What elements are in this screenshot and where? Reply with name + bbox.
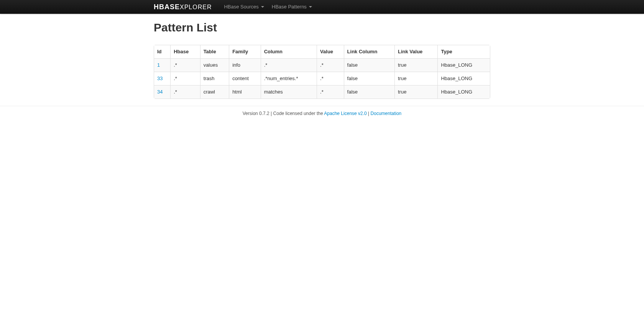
cell-type: Hbase_LONG (437, 72, 490, 85)
chevron-down-icon (261, 6, 264, 8)
cell-hbase: .* (170, 58, 200, 72)
cell-column: .*num_entries.* (261, 72, 317, 85)
pattern-id-link[interactable]: 1 (157, 62, 160, 68)
license-link[interactable]: Apache License v2.0 (324, 111, 366, 116)
pattern-table: Id Hbase Table Family Column Value Link … (154, 45, 490, 99)
cell-table: values (200, 58, 229, 72)
brand-bold: HBASE (154, 3, 180, 10)
cell-link-column: false (344, 58, 394, 72)
cell-link-column: false (344, 85, 394, 99)
col-family: Family (229, 45, 261, 58)
footer: Version 0.7.2 | Code licensed under the … (0, 106, 644, 125)
col-table: Table (200, 45, 229, 58)
cell-link-value: true (394, 72, 437, 85)
brand-logo[interactable]: HBASEXPLORER (154, 3, 212, 11)
cell-value: .* (317, 58, 344, 72)
col-column: Column (261, 45, 317, 58)
documentation-link[interactable]: Documentation (371, 111, 402, 116)
col-hbase: Hbase (170, 45, 200, 58)
cell-link-column: false (344, 72, 394, 85)
nav-item-label: HBase Patterns (272, 3, 307, 10)
main-container: Pattern List Id Hbase Table Family Colum… (154, 21, 490, 99)
navbar-inner: HBASEXPLORER HBase Sources HBase Pattern… (154, 0, 490, 14)
table-row: 33 .* trash content .*num_entries.* .* f… (154, 72, 490, 85)
pattern-id-link[interactable]: 33 (157, 76, 163, 81)
table-row: 34 .* crawl html matches .* false true H… (154, 85, 490, 99)
brand-light: XPLORER (180, 4, 212, 11)
footer-prefix: Version 0.7.2 | Code licensed under the (243, 111, 324, 116)
cell-family: content (229, 72, 261, 85)
col-id: Id (154, 45, 170, 58)
nav-hbase-patterns[interactable]: HBase Patterns (268, 0, 316, 14)
cell-value: .* (317, 85, 344, 99)
nav-hbase-sources[interactable]: HBase Sources (220, 0, 268, 14)
col-type: Type (437, 45, 490, 58)
cell-type: Hbase_LONG (437, 85, 490, 99)
nav-item-label: HBase Sources (224, 3, 258, 10)
table-row: 1 .* values info .* .* false true Hbase_… (154, 58, 490, 72)
col-link-column: Link Column (344, 45, 394, 58)
cell-column: .* (261, 58, 317, 72)
cell-link-value: true (394, 85, 437, 99)
page-title: Pattern List (154, 21, 490, 34)
cell-hbase: .* (170, 85, 200, 99)
pattern-id-link[interactable]: 34 (157, 89, 163, 95)
cell-table: crawl (200, 85, 229, 99)
navbar: HBASEXPLORER HBase Sources HBase Pattern… (0, 0, 644, 14)
cell-hbase: .* (170, 72, 200, 85)
chevron-down-icon (309, 6, 312, 8)
cell-type: Hbase_LONG (437, 58, 490, 72)
cell-column: matches (261, 85, 317, 99)
col-value: Value (317, 45, 344, 58)
table-header-row: Id Hbase Table Family Column Value Link … (154, 45, 490, 58)
cell-link-value: true (394, 58, 437, 72)
col-link-value: Link Value (394, 45, 437, 58)
cell-family: html (229, 85, 261, 99)
cell-value: .* (317, 72, 344, 85)
cell-table: trash (200, 72, 229, 85)
footer-sep: | (367, 111, 371, 116)
cell-family: info (229, 58, 261, 72)
